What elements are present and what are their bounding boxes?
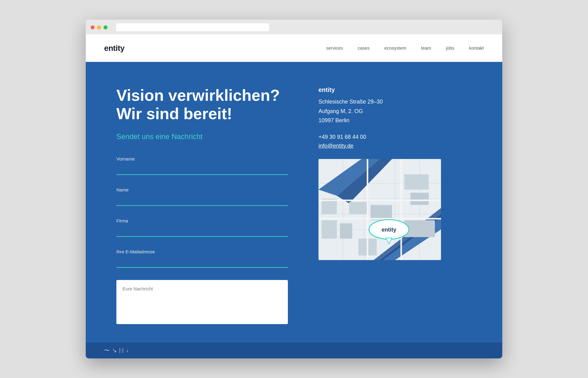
form-group-email: Ihre E-Mailadresse [116, 249, 288, 268]
nav-link-kontakt[interactable]: kontakt [469, 45, 484, 51]
name-label: Name [116, 187, 288, 192]
firma-label: Firma [116, 218, 288, 223]
content-area: Vision verwirklichen? Wir sind bereit! S… [86, 62, 502, 342]
navigation: entity services cases ecosystem team job… [86, 34, 502, 62]
nav-item-kontakt[interactable]: kontakt [469, 45, 484, 51]
nav-link-jobs[interactable]: jobs [446, 45, 454, 51]
name-input[interactable] [116, 195, 288, 206]
minimize-dot[interactable] [97, 25, 101, 29]
form-group-name: Name [116, 187, 288, 206]
heading-line2: Wir sind bereit! [116, 105, 232, 123]
svg-text:entity: entity [382, 227, 396, 233]
nav-link-ecosystem[interactable]: ecosystem [384, 45, 406, 51]
browser-chrome [86, 20, 502, 34]
svg-rect-18 [410, 193, 429, 205]
company-name: entity [318, 86, 441, 93]
main-heading: Vision verwirklichen? Wir sind bereit! [116, 86, 288, 123]
sub-heading: Sendet uns eine Nachricht [116, 132, 288, 141]
wave-icons: 〜 ↘ |·| ↓ [104, 347, 129, 354]
form-group-vorname: Vorname [116, 156, 288, 175]
bottom-bar: 〜 ↘ |·| ↓ [86, 342, 502, 358]
map-container: entity [318, 159, 441, 260]
vorname-label: Vorname [116, 156, 288, 161]
svg-rect-13 [349, 202, 368, 214]
nav-link-team[interactable]: team [421, 45, 431, 51]
nav-item-cases[interactable]: cases [358, 45, 370, 51]
address-bar[interactable] [116, 23, 269, 31]
message-container [116, 280, 288, 324]
page: entity services cases ecosystem team job… [86, 34, 502, 358]
vorname-input[interactable] [116, 164, 288, 175]
nav-item-services[interactable]: services [326, 45, 343, 51]
address-line3: 10997 Berlin [318, 116, 441, 125]
map-svg: entity [318, 159, 441, 260]
nav-link-services[interactable]: services [326, 45, 343, 51]
email-link[interactable]: info@entity.de [318, 143, 353, 149]
contact-form: Vorname Name Firma Ihre E-Mailadresse [116, 156, 288, 324]
svg-rect-17 [404, 174, 429, 190]
maximize-dot[interactable] [104, 25, 107, 29]
divider-icon: |·| [119, 347, 123, 353]
left-column: Vision verwirklichen? Wir sind bereit! S… [116, 86, 288, 324]
message-textarea[interactable] [123, 286, 282, 317]
svg-rect-15 [322, 220, 337, 239]
form-group-firma: Firma [116, 218, 288, 237]
right-column: entity Schlesische Straße 29–30 Aufgang … [318, 86, 441, 324]
nav-item-ecosystem[interactable]: ecosystem [384, 45, 406, 51]
heading-line1: Vision verwirklichen? [116, 86, 280, 104]
address-line2: Aufgang M, 2. OG [318, 107, 441, 116]
firma-input[interactable] [116, 226, 288, 237]
address-block: Schlesische Straße 29–30 Aufgang M, 2. O… [318, 97, 441, 125]
close-dot[interactable] [91, 25, 95, 29]
nav-item-jobs[interactable]: jobs [446, 45, 454, 51]
nav-link-cases[interactable]: cases [358, 45, 370, 51]
site-logo[interactable]: entity [104, 43, 124, 53]
nav-item-team[interactable]: team [421, 45, 431, 51]
email-input[interactable] [116, 257, 288, 268]
wave-icon-1: 〜 [104, 347, 110, 354]
browser-controls [91, 23, 497, 31]
address-line1: Schlesische Straße 29–30 [318, 97, 441, 107]
svg-rect-16 [340, 223, 352, 239]
nav-links: services cases ecosystem team jobs konta… [326, 45, 484, 51]
phone-number: +49 30 91 68 44 00 [318, 134, 441, 140]
browser-window: entity services cases ecosystem team job… [86, 20, 502, 358]
wave-icon-3: ↓ [126, 347, 129, 353]
wave-icon-2: ↘ [112, 347, 117, 354]
email-label: Ihre E-Mailadresse [116, 249, 288, 254]
